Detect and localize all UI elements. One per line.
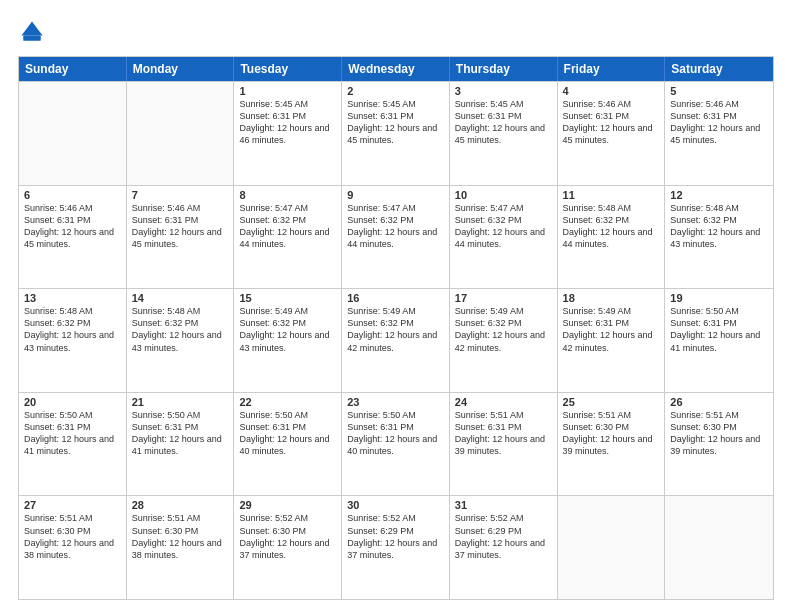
day-number: 20 <box>24 396 121 408</box>
logo <box>18 18 50 46</box>
calendar-week-4: 20Sunrise: 5:50 AMSunset: 6:31 PMDayligh… <box>19 392 773 496</box>
header <box>18 18 774 46</box>
day-number: 17 <box>455 292 552 304</box>
calendar-header-tuesday: Tuesday <box>234 57 342 81</box>
calendar-cell-day-5: 5Sunrise: 5:46 AMSunset: 6:31 PMDaylight… <box>665 82 773 185</box>
day-number: 1 <box>239 85 336 97</box>
cell-sun-info: Sunrise: 5:50 AMSunset: 6:31 PMDaylight:… <box>24 409 121 458</box>
calendar-header-saturday: Saturday <box>665 57 773 81</box>
calendar-cell-day-24: 24Sunrise: 5:51 AMSunset: 6:31 PMDayligh… <box>450 393 558 496</box>
day-number: 23 <box>347 396 444 408</box>
logo-icon <box>18 18 46 46</box>
day-number: 26 <box>670 396 768 408</box>
day-number: 11 <box>563 189 660 201</box>
cell-sun-info: Sunrise: 5:51 AMSunset: 6:30 PMDaylight:… <box>670 409 768 458</box>
day-number: 9 <box>347 189 444 201</box>
cell-sun-info: Sunrise: 5:45 AMSunset: 6:31 PMDaylight:… <box>347 98 444 147</box>
svg-marker-0 <box>22 22 43 36</box>
day-number: 10 <box>455 189 552 201</box>
day-number: 29 <box>239 499 336 511</box>
calendar-header-wednesday: Wednesday <box>342 57 450 81</box>
cell-sun-info: Sunrise: 5:46 AMSunset: 6:31 PMDaylight:… <box>670 98 768 147</box>
calendar-header-row: SundayMondayTuesdayWednesdayThursdayFrid… <box>19 57 773 81</box>
calendar-cell-empty <box>665 496 773 599</box>
cell-sun-info: Sunrise: 5:50 AMSunset: 6:31 PMDaylight:… <box>670 305 768 354</box>
cell-sun-info: Sunrise: 5:48 AMSunset: 6:32 PMDaylight:… <box>563 202 660 251</box>
calendar-header-friday: Friday <box>558 57 666 81</box>
calendar-header-monday: Monday <box>127 57 235 81</box>
calendar-cell-day-20: 20Sunrise: 5:50 AMSunset: 6:31 PMDayligh… <box>19 393 127 496</box>
cell-sun-info: Sunrise: 5:52 AMSunset: 6:29 PMDaylight:… <box>347 512 444 561</box>
calendar-cell-day-27: 27Sunrise: 5:51 AMSunset: 6:30 PMDayligh… <box>19 496 127 599</box>
calendar-cell-day-4: 4Sunrise: 5:46 AMSunset: 6:31 PMDaylight… <box>558 82 666 185</box>
calendar-cell-day-1: 1Sunrise: 5:45 AMSunset: 6:31 PMDaylight… <box>234 82 342 185</box>
calendar-cell-day-19: 19Sunrise: 5:50 AMSunset: 6:31 PMDayligh… <box>665 289 773 392</box>
calendar-cell-day-9: 9Sunrise: 5:47 AMSunset: 6:32 PMDaylight… <box>342 186 450 289</box>
day-number: 7 <box>132 189 229 201</box>
day-number: 15 <box>239 292 336 304</box>
day-number: 18 <box>563 292 660 304</box>
calendar-cell-day-26: 26Sunrise: 5:51 AMSunset: 6:30 PMDayligh… <box>665 393 773 496</box>
day-number: 22 <box>239 396 336 408</box>
day-number: 5 <box>670 85 768 97</box>
cell-sun-info: Sunrise: 5:52 AMSunset: 6:29 PMDaylight:… <box>455 512 552 561</box>
calendar-cell-day-29: 29Sunrise: 5:52 AMSunset: 6:30 PMDayligh… <box>234 496 342 599</box>
calendar-cell-day-31: 31Sunrise: 5:52 AMSunset: 6:29 PMDayligh… <box>450 496 558 599</box>
calendar-cell-empty <box>127 82 235 185</box>
calendar-cell-day-3: 3Sunrise: 5:45 AMSunset: 6:31 PMDaylight… <box>450 82 558 185</box>
cell-sun-info: Sunrise: 5:50 AMSunset: 6:31 PMDaylight:… <box>239 409 336 458</box>
calendar: SundayMondayTuesdayWednesdayThursdayFrid… <box>18 56 774 600</box>
calendar-week-2: 6Sunrise: 5:46 AMSunset: 6:31 PMDaylight… <box>19 185 773 289</box>
cell-sun-info: Sunrise: 5:47 AMSunset: 6:32 PMDaylight:… <box>347 202 444 251</box>
cell-sun-info: Sunrise: 5:48 AMSunset: 6:32 PMDaylight:… <box>132 305 229 354</box>
cell-sun-info: Sunrise: 5:52 AMSunset: 6:30 PMDaylight:… <box>239 512 336 561</box>
calendar-cell-day-7: 7Sunrise: 5:46 AMSunset: 6:31 PMDaylight… <box>127 186 235 289</box>
calendar-week-3: 13Sunrise: 5:48 AMSunset: 6:32 PMDayligh… <box>19 288 773 392</box>
calendar-cell-day-2: 2Sunrise: 5:45 AMSunset: 6:31 PMDaylight… <box>342 82 450 185</box>
calendar-cell-day-30: 30Sunrise: 5:52 AMSunset: 6:29 PMDayligh… <box>342 496 450 599</box>
cell-sun-info: Sunrise: 5:49 AMSunset: 6:32 PMDaylight:… <box>239 305 336 354</box>
day-number: 25 <box>563 396 660 408</box>
day-number: 28 <box>132 499 229 511</box>
day-number: 19 <box>670 292 768 304</box>
calendar-cell-day-6: 6Sunrise: 5:46 AMSunset: 6:31 PMDaylight… <box>19 186 127 289</box>
cell-sun-info: Sunrise: 5:47 AMSunset: 6:32 PMDaylight:… <box>455 202 552 251</box>
calendar-cell-day-16: 16Sunrise: 5:49 AMSunset: 6:32 PMDayligh… <box>342 289 450 392</box>
cell-sun-info: Sunrise: 5:45 AMSunset: 6:31 PMDaylight:… <box>239 98 336 147</box>
cell-sun-info: Sunrise: 5:49 AMSunset: 6:32 PMDaylight:… <box>347 305 444 354</box>
calendar-cell-day-13: 13Sunrise: 5:48 AMSunset: 6:32 PMDayligh… <box>19 289 127 392</box>
day-number: 6 <box>24 189 121 201</box>
cell-sun-info: Sunrise: 5:49 AMSunset: 6:31 PMDaylight:… <box>563 305 660 354</box>
svg-rect-1 <box>23 36 41 41</box>
day-number: 3 <box>455 85 552 97</box>
calendar-cell-day-22: 22Sunrise: 5:50 AMSunset: 6:31 PMDayligh… <box>234 393 342 496</box>
day-number: 31 <box>455 499 552 511</box>
calendar-cell-empty <box>19 82 127 185</box>
calendar-cell-day-25: 25Sunrise: 5:51 AMSunset: 6:30 PMDayligh… <box>558 393 666 496</box>
calendar-cell-day-28: 28Sunrise: 5:51 AMSunset: 6:30 PMDayligh… <box>127 496 235 599</box>
calendar-cell-day-17: 17Sunrise: 5:49 AMSunset: 6:32 PMDayligh… <box>450 289 558 392</box>
cell-sun-info: Sunrise: 5:50 AMSunset: 6:31 PMDaylight:… <box>347 409 444 458</box>
cell-sun-info: Sunrise: 5:51 AMSunset: 6:30 PMDaylight:… <box>563 409 660 458</box>
cell-sun-info: Sunrise: 5:47 AMSunset: 6:32 PMDaylight:… <box>239 202 336 251</box>
cell-sun-info: Sunrise: 5:48 AMSunset: 6:32 PMDaylight:… <box>24 305 121 354</box>
calendar-cell-day-18: 18Sunrise: 5:49 AMSunset: 6:31 PMDayligh… <box>558 289 666 392</box>
calendar-cell-day-10: 10Sunrise: 5:47 AMSunset: 6:32 PMDayligh… <box>450 186 558 289</box>
calendar-week-5: 27Sunrise: 5:51 AMSunset: 6:30 PMDayligh… <box>19 495 773 599</box>
day-number: 12 <box>670 189 768 201</box>
day-number: 30 <box>347 499 444 511</box>
cell-sun-info: Sunrise: 5:51 AMSunset: 6:30 PMDaylight:… <box>24 512 121 561</box>
calendar-cell-day-14: 14Sunrise: 5:48 AMSunset: 6:32 PMDayligh… <box>127 289 235 392</box>
cell-sun-info: Sunrise: 5:50 AMSunset: 6:31 PMDaylight:… <box>132 409 229 458</box>
cell-sun-info: Sunrise: 5:46 AMSunset: 6:31 PMDaylight:… <box>132 202 229 251</box>
cell-sun-info: Sunrise: 5:45 AMSunset: 6:31 PMDaylight:… <box>455 98 552 147</box>
calendar-cell-day-23: 23Sunrise: 5:50 AMSunset: 6:31 PMDayligh… <box>342 393 450 496</box>
day-number: 24 <box>455 396 552 408</box>
calendar-cell-day-15: 15Sunrise: 5:49 AMSunset: 6:32 PMDayligh… <box>234 289 342 392</box>
page: SundayMondayTuesdayWednesdayThursdayFrid… <box>0 0 792 612</box>
calendar-cell-day-11: 11Sunrise: 5:48 AMSunset: 6:32 PMDayligh… <box>558 186 666 289</box>
cell-sun-info: Sunrise: 5:48 AMSunset: 6:32 PMDaylight:… <box>670 202 768 251</box>
day-number: 8 <box>239 189 336 201</box>
cell-sun-info: Sunrise: 5:49 AMSunset: 6:32 PMDaylight:… <box>455 305 552 354</box>
day-number: 16 <box>347 292 444 304</box>
